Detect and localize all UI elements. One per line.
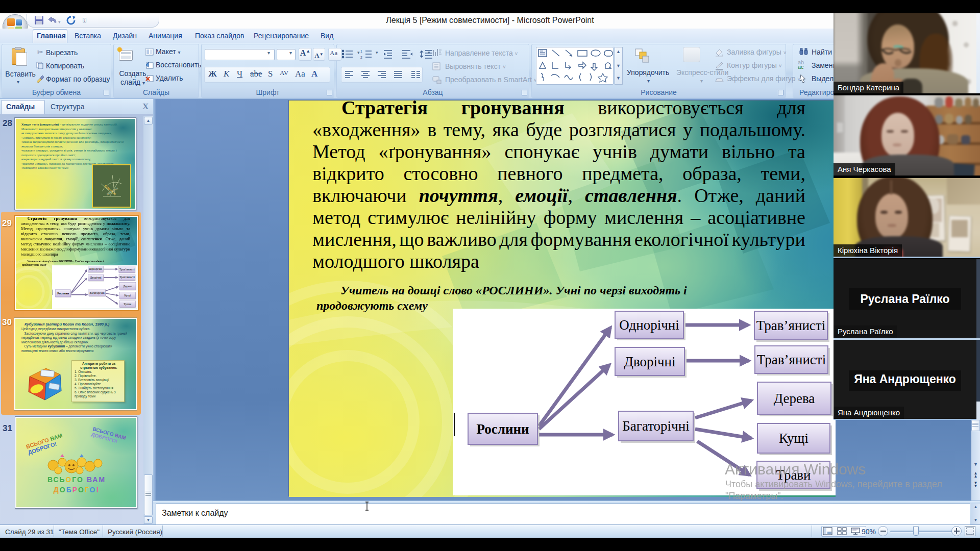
- svg-text:Кущі: Кущі: [124, 294, 131, 297]
- svg-text:Трав’янисті: Трав’янисті: [757, 352, 826, 367]
- svg-text:Трав’янисті: Трав’янисті: [119, 268, 135, 271]
- svg-text:Рослини: Рослини: [476, 421, 529, 437]
- svg-text:Трав’янисті: Трав’янисті: [756, 318, 825, 333]
- svg-text:2: 2: [360, 56, 362, 59]
- svg-text:Дерева: Дерева: [123, 285, 132, 288]
- svg-text:Дерева: Дерева: [774, 391, 815, 406]
- svg-text:Багаторічні: Багаторічні: [90, 291, 105, 294]
- svg-text:Трав’янисті: Трав’янисті: [119, 276, 135, 279]
- svg-text:Кущі: Кущі: [779, 431, 808, 446]
- svg-text:Дворічні: Дворічні: [90, 276, 102, 279]
- svg-text:Багаторічні: Багаторічні: [622, 418, 689, 434]
- svg-text:Трави: Трави: [124, 303, 132, 306]
- svg-text:Дворічні: Дворічні: [624, 354, 675, 369]
- svg-text:Однорічні: Однорічні: [89, 267, 102, 270]
- svg-text:Рослини: Рослини: [57, 292, 69, 295]
- svg-text:Однорічні: Однорічні: [619, 317, 679, 333]
